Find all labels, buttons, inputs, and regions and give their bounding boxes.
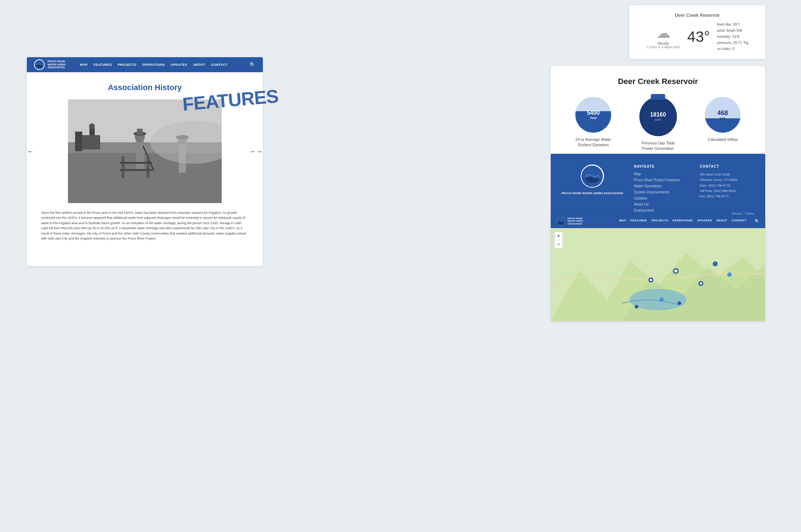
zoom-in-button[interactable]: + bbox=[555, 232, 562, 240]
svg-rect-38 bbox=[120, 162, 152, 164]
inflow-circle: 468CFS bbox=[705, 97, 741, 133]
svg-rect-39 bbox=[120, 169, 152, 171]
humidity: humidity: 41% bbox=[717, 34, 748, 40]
footer-logo bbox=[581, 164, 604, 188]
feels-like: feels like: 39°f bbox=[717, 21, 748, 28]
main-nav-bar: PROVO RIVERWATER USERSASSOCIATION MAP FE… bbox=[27, 57, 263, 72]
wind: wind: 6mph SW bbox=[717, 28, 748, 34]
map-nav-updates[interactable]: UPDATES bbox=[697, 219, 712, 224]
svg-point-14 bbox=[713, 261, 718, 266]
svg-rect-31 bbox=[137, 129, 143, 135]
svg-point-15 bbox=[727, 272, 732, 277]
svg-rect-27 bbox=[75, 132, 82, 151]
map-nav-features[interactable]: FEATURES bbox=[630, 219, 647, 224]
svg-point-16 bbox=[659, 297, 664, 302]
svg-point-11 bbox=[700, 282, 702, 285]
inflow-label: Calculated Inflow bbox=[708, 137, 738, 142]
map-logo-text: PROVO RIVERWATER USERSASSOCIATION bbox=[567, 217, 583, 225]
map-nav-about[interactable]: ABOUT bbox=[716, 219, 727, 224]
svg-point-13 bbox=[650, 279, 652, 281]
footer-contact-info: 285 West 1100 North Pleasant Grove, UT 8… bbox=[699, 172, 755, 199]
power-circle: 18160 kWh bbox=[639, 97, 677, 136]
power-value: 18160 bbox=[650, 112, 666, 118]
svg-point-25 bbox=[89, 123, 95, 129]
footer-link-updates[interactable]: Updates bbox=[634, 196, 689, 200]
footer-link-water-ops[interactable]: Water Operations bbox=[634, 184, 689, 188]
map-nav-logo: PROVO RIVERWATER USERSASSOCIATION bbox=[556, 217, 583, 226]
power-label: Previous Day TotalPower Generation bbox=[642, 141, 674, 152]
map-nav-bar: PROVO RIVERWATER USERSASSOCIATION MAP FE… bbox=[551, 215, 765, 228]
map-nav-map[interactable]: MAP bbox=[619, 219, 626, 224]
nav-features[interactable]: FEATURES bbox=[93, 63, 112, 66]
svg-rect-37 bbox=[147, 155, 149, 178]
stats-row: 5400Feet 24 hr Average WaterSurface Elev… bbox=[561, 97, 755, 152]
cloud-icon: ☁ bbox=[646, 25, 680, 41]
footer-link-features[interactable]: Provo River Project Features bbox=[634, 178, 689, 182]
map-area[interactable]: + − bbox=[551, 228, 765, 321]
map-zoom-controls[interactable]: + − bbox=[554, 232, 563, 248]
footer-contact-col: CONTACT 285 West 1100 North Pleasant Gro… bbox=[699, 164, 755, 216]
reservoir-section: Deer Creek Reservoir 5400Feet 24 hr Aver… bbox=[551, 66, 765, 162]
zoom-out-button[interactable]: − bbox=[555, 240, 562, 248]
map-nav-contact[interactable]: CONTACT bbox=[732, 219, 747, 224]
pressure: pressure: 29.71 ʰhg bbox=[717, 40, 748, 46]
inflow-value: 468CFS bbox=[717, 109, 728, 120]
footer-logo-area: PROVO RIVER WATER USERS ASSOCIATION bbox=[561, 164, 623, 195]
nav-logo-text: PROVO RIVERWATER USERSASSOCIATION bbox=[48, 60, 66, 69]
nav-links: MAP FEATURES PROJECTS OPERATIONS UPDATES… bbox=[80, 63, 250, 66]
stat-inflow: 468CFS Calculated Inflow bbox=[705, 97, 741, 142]
uv-index: uv index: 0 bbox=[717, 46, 748, 52]
weather-details: feels like: 39°f wind: 6mph SW humidity:… bbox=[717, 21, 748, 52]
power-top-element bbox=[651, 94, 665, 100]
elevation-circle: 5400Feet bbox=[575, 97, 611, 133]
prev-arrow[interactable]: ← bbox=[27, 147, 34, 156]
map-nav-operations[interactable]: OPERATIONS bbox=[673, 219, 693, 224]
history-text: Since the first settlers arrived in the … bbox=[41, 210, 249, 241]
stat-elevation: 5400Feet 24 hr Average WaterSurface Elev… bbox=[575, 97, 611, 148]
footer-nav-col: NAVIGATE Map Provo River Project Feature… bbox=[634, 164, 689, 215]
svg-point-18 bbox=[678, 301, 681, 305]
svg-point-3 bbox=[557, 221, 564, 225]
nav-projects[interactable]: PROJECTS bbox=[118, 63, 137, 66]
weather-widget: Deer Creek Reservoir ☁ cloudy 7:37am ☀ 5… bbox=[629, 5, 765, 59]
next-arrow[interactable]: →→ bbox=[249, 147, 263, 156]
weather-temperature: 43° bbox=[687, 28, 710, 45]
nav-updates[interactable]: UPDATES bbox=[171, 63, 187, 66]
power-unit: kWh bbox=[655, 118, 661, 122]
svg-point-20 bbox=[36, 64, 43, 68]
footer-navigate-title: NAVIGATE bbox=[634, 164, 689, 168]
map-logo-circle bbox=[556, 217, 565, 226]
svg-point-17 bbox=[635, 305, 638, 309]
footer-link-about[interactable]: About Us bbox=[634, 202, 689, 206]
stat-power: 18160 kWh Previous Day TotalPower Genera… bbox=[639, 97, 677, 152]
left-panel: PROVO RIVERWATER USERSASSOCIATION MAP FE… bbox=[27, 57, 263, 266]
nav-about[interactable]: ABOUT bbox=[193, 63, 205, 66]
svg-rect-36 bbox=[122, 157, 124, 178]
footer-link-employment[interactable]: Employment bbox=[634, 208, 689, 212]
nav-search-icon[interactable]: 🔍 bbox=[250, 62, 256, 68]
nav-operations[interactable]: OPERATIONS bbox=[142, 63, 165, 66]
history-image bbox=[68, 99, 222, 203]
elevation-label: 24 hr Average WaterSurface Elevation bbox=[575, 137, 611, 148]
nav-map[interactable]: MAP bbox=[80, 63, 88, 66]
svg-point-9 bbox=[674, 270, 677, 272]
elevation-value: 5400Feet bbox=[587, 110, 600, 120]
map-nav-projects[interactable]: PROJECTS bbox=[651, 219, 668, 224]
footer-link-map[interactable]: Map bbox=[634, 172, 689, 176]
weather-condition: cloudy bbox=[646, 41, 680, 45]
map-nav-links: MAP FEATURES PROJECTS OPERATIONS UPDATES… bbox=[619, 219, 760, 224]
map-nav-search-icon[interactable]: 🔍 bbox=[755, 219, 760, 224]
nav-logo-circle bbox=[34, 59, 45, 70]
map-section: PROVO RIVERWATER USERSASSOCIATION MAP FE… bbox=[551, 215, 765, 321]
nav-contact[interactable]: CONTACT bbox=[211, 63, 228, 66]
nav-logo: PROVO RIVERWATER USERSASSOCIATION bbox=[34, 59, 66, 70]
weather-time: 7:37am ☀ 5:40pm MST bbox=[646, 45, 680, 49]
footer-org-name: PROVO RIVER WATER USERS ASSOCIATION bbox=[561, 191, 623, 195]
reservoir-title: Deer Creek Reservoir bbox=[561, 77, 755, 86]
weather-location: Deer Creek Reservoir bbox=[640, 13, 755, 18]
footer-link-system[interactable]: System Improvements bbox=[634, 190, 689, 194]
svg-rect-28 bbox=[136, 139, 144, 171]
footer-contact-title: CONTACT bbox=[699, 164, 755, 168]
